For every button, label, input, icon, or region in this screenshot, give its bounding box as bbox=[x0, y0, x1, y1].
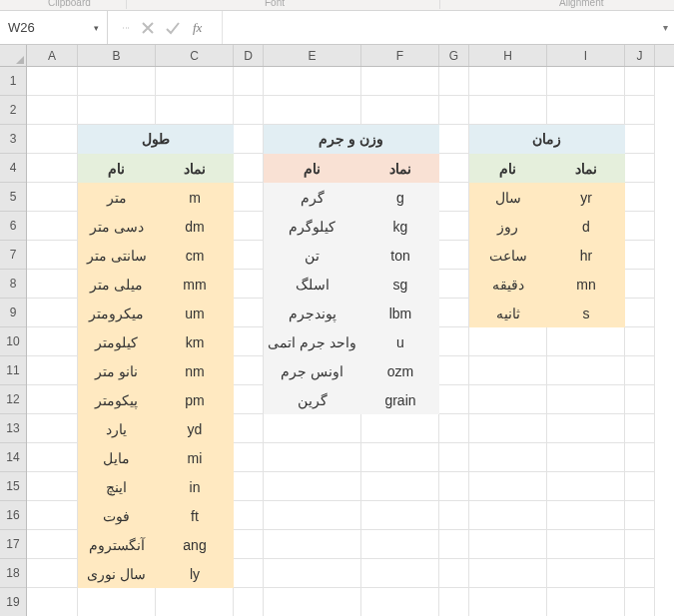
cell[interactable] bbox=[234, 96, 264, 125]
row-header[interactable]: 10 bbox=[0, 327, 26, 356]
fx-icon[interactable]: fx bbox=[191, 20, 208, 36]
cell[interactable] bbox=[234, 125, 264, 154]
cell[interactable] bbox=[469, 501, 547, 530]
cell[interactable] bbox=[361, 559, 439, 588]
cell[interactable] bbox=[625, 183, 655, 212]
cell[interactable] bbox=[27, 385, 78, 414]
cell[interactable] bbox=[439, 154, 469, 183]
cell[interactable] bbox=[547, 443, 625, 472]
cell[interactable] bbox=[469, 559, 547, 588]
select-all-corner[interactable] bbox=[0, 45, 27, 67]
cell[interactable] bbox=[439, 125, 469, 154]
cell[interactable] bbox=[547, 472, 625, 501]
cell[interactable] bbox=[234, 472, 264, 501]
cell[interactable] bbox=[625, 385, 655, 414]
row-header[interactable]: 13 bbox=[0, 414, 26, 443]
column-header[interactable]: G bbox=[439, 45, 469, 66]
cell[interactable] bbox=[27, 125, 78, 154]
column-header[interactable]: E bbox=[264, 45, 361, 66]
cell[interactable] bbox=[264, 501, 361, 530]
cell[interactable] bbox=[547, 67, 625, 96]
cell[interactable] bbox=[234, 327, 264, 356]
row-header[interactable]: 18 bbox=[0, 559, 26, 588]
cell[interactable] bbox=[469, 327, 547, 356]
cell[interactable] bbox=[625, 588, 655, 616]
cell[interactable] bbox=[625, 414, 655, 443]
cell[interactable] bbox=[27, 154, 78, 183]
cell[interactable] bbox=[27, 67, 78, 96]
row-header[interactable]: 7 bbox=[0, 241, 26, 270]
cell[interactable] bbox=[439, 67, 469, 96]
cell[interactable] bbox=[439, 356, 469, 385]
row-header[interactable]: 2 bbox=[0, 96, 26, 125]
cell[interactable] bbox=[264, 443, 361, 472]
cell[interactable] bbox=[361, 67, 439, 96]
cell[interactable] bbox=[78, 96, 156, 125]
cell[interactable] bbox=[27, 241, 78, 270]
cell[interactable] bbox=[27, 299, 78, 327]
row-header[interactable]: 4 bbox=[0, 154, 26, 183]
formula-input[interactable] bbox=[223, 11, 656, 44]
cell[interactable] bbox=[625, 472, 655, 501]
cell[interactable] bbox=[264, 96, 361, 125]
row-header[interactable]: 8 bbox=[0, 270, 26, 299]
cell[interactable] bbox=[234, 270, 264, 299]
cell[interactable] bbox=[234, 356, 264, 385]
cell[interactable] bbox=[439, 588, 469, 616]
cell[interactable] bbox=[547, 385, 625, 414]
name-box[interactable]: W26 ▾ bbox=[0, 11, 108, 44]
cell[interactable] bbox=[625, 559, 655, 588]
cell[interactable] bbox=[625, 67, 655, 96]
column-header[interactable]: A bbox=[27, 45, 78, 66]
cell[interactable] bbox=[439, 96, 469, 125]
cell[interactable] bbox=[234, 212, 264, 241]
row-header[interactable]: 15 bbox=[0, 472, 26, 501]
cell[interactable] bbox=[439, 212, 469, 241]
cell[interactable] bbox=[469, 443, 547, 472]
row-header[interactable]: 14 bbox=[0, 443, 26, 472]
cell[interactable] bbox=[439, 472, 469, 501]
cell[interactable] bbox=[469, 530, 547, 559]
cell[interactable] bbox=[439, 501, 469, 530]
column-header[interactable]: B bbox=[78, 45, 156, 66]
cell[interactable] bbox=[234, 385, 264, 414]
expand-formula-button[interactable]: ▾ bbox=[656, 11, 674, 44]
cell[interactable] bbox=[361, 588, 439, 616]
cell[interactable] bbox=[547, 414, 625, 443]
cell[interactable] bbox=[469, 356, 547, 385]
cell[interactable] bbox=[264, 67, 361, 96]
cell[interactable] bbox=[264, 472, 361, 501]
cell[interactable] bbox=[625, 96, 655, 125]
cell[interactable] bbox=[27, 559, 78, 588]
cell[interactable] bbox=[156, 96, 234, 125]
column-header[interactable]: F bbox=[361, 45, 439, 66]
cell[interactable] bbox=[234, 588, 264, 616]
cell[interactable] bbox=[469, 67, 547, 96]
cell[interactable] bbox=[27, 356, 78, 385]
cell[interactable] bbox=[234, 154, 264, 183]
cell[interactable] bbox=[547, 96, 625, 125]
cell[interactable] bbox=[234, 67, 264, 96]
cell[interactable] bbox=[27, 270, 78, 299]
cell[interactable] bbox=[469, 588, 547, 616]
cell[interactable] bbox=[27, 414, 78, 443]
cell[interactable] bbox=[439, 559, 469, 588]
cell[interactable] bbox=[625, 241, 655, 270]
cell[interactable] bbox=[547, 501, 625, 530]
cell[interactable] bbox=[27, 327, 78, 356]
cell[interactable] bbox=[439, 327, 469, 356]
cell[interactable] bbox=[625, 125, 655, 154]
cell[interactable] bbox=[625, 356, 655, 385]
cancel-icon[interactable] bbox=[141, 21, 155, 35]
cell[interactable] bbox=[625, 530, 655, 559]
cell[interactable] bbox=[439, 414, 469, 443]
cell[interactable] bbox=[234, 241, 264, 270]
cell[interactable] bbox=[27, 472, 78, 501]
cell[interactable] bbox=[439, 443, 469, 472]
cell[interactable] bbox=[439, 183, 469, 212]
cell[interactable] bbox=[27, 501, 78, 530]
cell[interactable] bbox=[547, 530, 625, 559]
cell[interactable] bbox=[234, 443, 264, 472]
cell[interactable] bbox=[27, 588, 78, 616]
column-header[interactable]: C bbox=[156, 45, 234, 66]
